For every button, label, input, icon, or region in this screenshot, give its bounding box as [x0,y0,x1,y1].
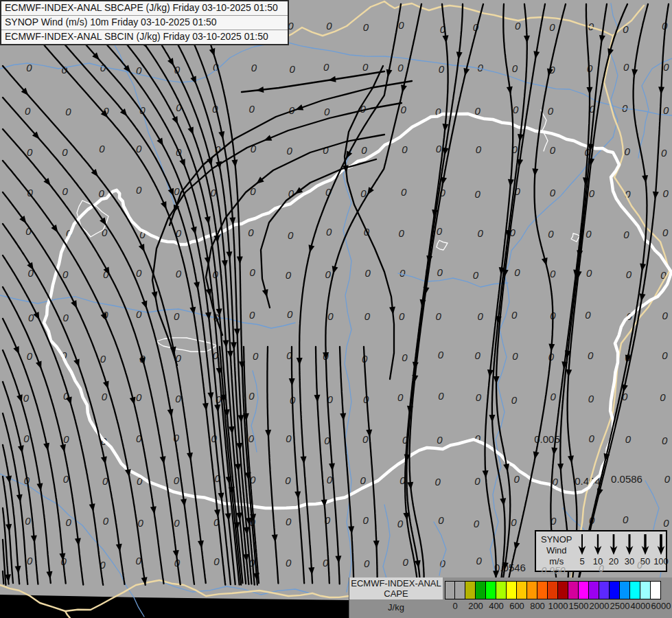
cape-swatch [455,581,465,599]
wind-arrowhead [187,453,193,460]
cape-value-zero: 0 [476,391,482,403]
wind-arrow-icon [577,534,588,556]
cape-value-zero: 0 [477,62,483,73]
cape-value-zero: 0 [27,555,33,566]
cape-value-zero: 0 [248,390,255,402]
cape-value-zero: 0 [437,266,443,278]
cape-value-zero: 0 [323,144,329,156]
wind-arrowhead [167,409,174,417]
wind-streamline [578,4,669,585]
wind-scale-column: 30 [621,534,638,566]
wind-arrowhead [489,415,495,422]
cape-value-zero: 0 [102,391,108,402]
cape-tick-label: 800 [530,601,545,611]
title-line-sbcape: ECMWF-INDEX-ANAL SBCAPE (J/kg) Friday 03… [1,1,288,16]
cape-value-zero: 0 [365,267,371,279]
cape-legend: ECMWF-INDEX-ANAL CAPE J/kg 0200400600800… [349,577,672,618]
wind-arrowhead [152,291,158,299]
wind-arrowhead [524,36,530,43]
wind-arrowhead [16,394,23,402]
cape-value-zero: 0 [588,350,594,361]
cape-value-zero: 0 [438,514,444,526]
cape-value-zero: 0 [436,143,442,154]
wind-arrowhead [161,201,166,209]
cape-tick-label: 4000 [631,601,651,611]
cape-value-zero: 0 [439,63,445,75]
cape-value-zero: 0 [362,514,369,526]
wind-streamline [406,4,463,584]
wind-arrowhead [483,470,489,478]
cape-swatch [610,581,620,599]
river [312,48,672,115]
cape-tick-label: 0 [452,601,457,611]
wind-arrow-icon [624,534,635,556]
cape-value-zero: 0 [213,556,220,567]
wind-arrowhead [566,369,572,377]
wind-arrowhead [373,540,380,548]
wind-streamline [340,347,354,583]
cape-swatch [486,581,496,599]
cape-value-zero: 0 [664,473,671,485]
wind-arrowhead [507,87,513,94]
river [343,150,351,592]
cape-value-zero: 0 [437,434,443,446]
cape-value-zero: 0 [397,518,404,529]
cape-value-zero: 0 [136,391,142,403]
wind-streamline [507,4,566,584]
cape-value-zero: 0 [137,517,143,529]
cape-value-zero: 0 [625,433,632,445]
wind-arrowhead [189,307,196,315]
cape-value-zero: 0 [248,227,254,238]
cape-value-zero: 0 [660,269,667,281]
cape-swatch [651,581,661,599]
wind-arrowhead [640,293,646,301]
cape-value-zero: 0 [66,516,72,528]
cape-value-zero: 0 [511,309,518,321]
cape-value-zero: 0 [549,21,555,33]
wind-arrowhead [441,177,447,185]
wind-arrowhead [348,526,354,534]
cape-swatch [507,581,517,599]
cape-swatch [496,581,507,599]
cape-value-zero: 0 [25,515,31,527]
cape-value-zero: 0 [99,143,105,154]
wind-scale-column: 20 [605,534,622,566]
wind-arrowhead [229,426,235,434]
wind-arrowhead [226,251,232,259]
cape-tick-label: 2000 [590,601,610,611]
wind-arrowhead [314,395,320,402]
cape-swatch [579,581,589,599]
cape-tick-label: 400 [489,601,504,611]
wind-streamline [3,192,146,585]
cape-value-zero: 0 [399,310,405,322]
wind-arrowhead [557,464,564,471]
wind-arrowhead [181,499,187,506]
cape-model-label: ECMWF-INDEX-ANAL [349,578,443,588]
cape-value-zero: 0 [286,433,292,444]
wind-streamline [560,4,607,584]
cape-value-zero: 0 [662,310,669,321]
cape-value-zero: 0 [398,19,404,31]
wind-arrowhead [16,494,23,502]
cape-value-zero: 0 [249,266,255,278]
weather-map: 0000000000000000000000000000000000000000… [0,0,672,618]
cape-value-zero: 0 [474,475,480,487]
cape-value-zero: 0 [511,516,517,528]
cape-value-zero: 0 [513,473,520,485]
wind-arrowhead [328,76,336,82]
wind-arrowhead [190,76,196,84]
cape-value-zero: 0 [286,269,292,281]
wind-scale-column: 100 [653,534,669,566]
wind-arrow-icon [592,534,603,556]
cape-value-zero: 0 [249,309,255,321]
cape-value-zero: 0 [476,555,482,566]
wind-arrow-icon [640,534,651,556]
cape-value-zero: 0 [174,310,180,322]
cape-value-zero: 0 [62,146,68,158]
cape-value-zero: 0 [62,312,69,323]
cape-value-zero: 0 [363,21,369,33]
cin-value-label: 0.0586 [611,473,642,485]
wind-streamline [496,4,545,584]
wind-arrowhead [18,445,24,453]
cape-value-zero: 0 [585,309,591,321]
